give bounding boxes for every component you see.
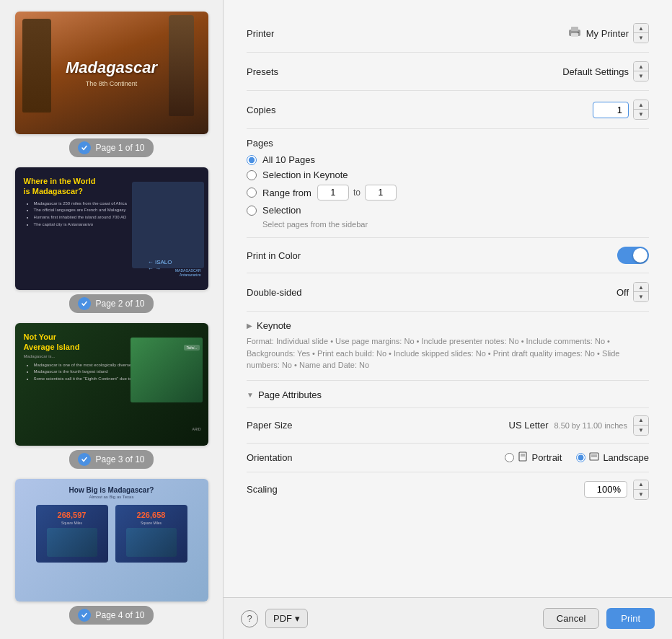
- range-to-input[interactable]: [365, 185, 397, 200]
- slide-thumbnail-2: Where in the Worldis Madagascar? Madagas…: [15, 167, 208, 290]
- landscape-icon: [588, 451, 600, 464]
- pages-selection-keynote-label[interactable]: Selection in Keynote: [262, 169, 348, 180]
- printer-stepper[interactable]: ▲ ▼: [633, 23, 649, 43]
- pages-selection-row: Selection: [247, 205, 649, 216]
- printer-value-group: My Printer ▲ ▼: [567, 23, 649, 43]
- scaling-stepper[interactable]: ▲ ▼: [633, 480, 649, 500]
- double-sided-value: Off: [616, 287, 629, 298]
- slide-check-4: [78, 609, 91, 622]
- scaling-value-group: ▲ ▼: [584, 480, 649, 500]
- slide-page-label-2: Page 2 of 10: [95, 299, 144, 309]
- printer-stepper-up[interactable]: ▲: [634, 24, 648, 33]
- help-button[interactable]: ?: [241, 610, 258, 627]
- page-attr-chevron-icon: ▼: [247, 391, 254, 399]
- keynote-details: Format: Individual slide • Use page marg…: [247, 335, 649, 371]
- printer-name: My Printer: [586, 28, 629, 39]
- portrait-icon: [517, 451, 529, 464]
- presets-row: Presets Default Settings ▲ ▼: [247, 53, 649, 91]
- scaling-stepper-up[interactable]: ▲: [634, 480, 648, 490]
- orientation-label: Orientation: [247, 452, 293, 463]
- pages-selection-label[interactable]: Selection: [262, 205, 301, 216]
- orientation-row: Orientation Portrait: [247, 443, 649, 472]
- cancel-button[interactable]: Cancel: [543, 608, 599, 629]
- svg-point-3: [578, 32, 579, 33]
- page-attr-label: Page Attributes: [258, 389, 322, 400]
- page-attr-rows: Paper Size US Letter 8.50 by 11.00 inche…: [247, 407, 649, 507]
- pages-range-radio[interactable]: [247, 188, 257, 198]
- slide-check-3: [78, 453, 91, 466]
- pages-selection-radio[interactable]: [247, 206, 257, 216]
- print-button[interactable]: Print: [606, 608, 655, 629]
- pages-all-radio[interactable]: [247, 155, 257, 165]
- scaling-label: Scaling: [247, 484, 278, 495]
- pdf-chevron-icon: ▾: [295, 613, 300, 624]
- copies-label: Copies: [247, 105, 319, 115]
- orientation-landscape-option[interactable]: Landscape: [576, 451, 649, 464]
- paper-size-detail: 8.50 by 11.00 inches: [554, 421, 627, 430]
- slide-label-1: Page 1 of 10: [69, 138, 153, 157]
- print-color-label: Print in Color: [247, 250, 319, 261]
- paper-size-stepper-up[interactable]: ▲: [634, 416, 648, 426]
- double-sided-stepper-up[interactable]: ▲: [634, 283, 648, 292]
- copies-input[interactable]: [593, 102, 629, 118]
- copies-stepper-up[interactable]: ▲: [634, 100, 648, 110]
- double-sided-row: Double-sided Off ▲ ▼: [247, 273, 649, 312]
- print-color-row: Print in Color: [247, 238, 649, 273]
- print-color-toggle[interactable]: [617, 247, 649, 264]
- double-sided-stepper[interactable]: ▲ ▼: [633, 282, 649, 302]
- presets-label: Presets: [247, 66, 319, 77]
- slide-item-4[interactable]: How Big is Madagascar? Almost as Big as …: [14, 479, 208, 625]
- range-inputs: to: [317, 185, 397, 200]
- paper-size-value: US Letter: [509, 420, 549, 431]
- pages-range-from-label[interactable]: Range from: [262, 188, 311, 198]
- slide-thumbnail-1: Madagascar The 8th Continent: [15, 12, 208, 134]
- slide-item-1[interactable]: Madagascar The 8th Continent Page 1 of 1…: [14, 12, 208, 157]
- presets-stepper[interactable]: ▲ ▼: [633, 61, 649, 81]
- presets-value-group: Default Settings ▲ ▼: [562, 61, 649, 81]
- printer-label: Printer: [247, 28, 319, 39]
- slide-item-2[interactable]: Where in the Worldis Madagascar? Madagas…: [14, 167, 208, 313]
- keynote-section: ▶ Keynote Format: Individual slide • Use…: [247, 312, 649, 381]
- slide-label-3: Page 3 of 10: [69, 450, 153, 469]
- slide-label-4: Page 4 of 10: [69, 606, 153, 625]
- keynote-chevron-icon: ▶: [247, 322, 252, 330]
- pages-section: Pages All 10 Pages Selection in Keynote …: [247, 129, 649, 238]
- paper-size-stepper[interactable]: ▲ ▼: [633, 415, 649, 436]
- portrait-radio[interactable]: [505, 453, 514, 462]
- double-sided-stepper-down[interactable]: ▼: [634, 292, 648, 301]
- presets-stepper-down[interactable]: ▼: [634, 71, 648, 81]
- double-sided-label: Double-sided: [247, 287, 319, 298]
- orientation-portrait-option[interactable]: Portrait: [505, 451, 562, 464]
- pdf-label: PDF: [273, 613, 292, 624]
- copies-stepper[interactable]: ▲ ▼: [633, 100, 649, 120]
- landscape-radio[interactable]: [576, 453, 585, 462]
- page-attr-header[interactable]: ▼ Page Attributes: [247, 389, 649, 400]
- printer-stepper-down[interactable]: ▼: [634, 33, 648, 43]
- scaling-stepper-down[interactable]: ▼: [634, 490, 648, 499]
- pdf-button[interactable]: PDF ▾: [265, 609, 308, 628]
- scaling-input[interactable]: [584, 481, 627, 498]
- page-attributes-section: ▼ Page Attributes Paper Size US Letter 8…: [247, 381, 649, 516]
- orientation-value-group: Portrait Landscape: [505, 451, 649, 464]
- slide-label-2: Page 2 of 10: [69, 294, 153, 313]
- slide-page-label-3: Page 3 of 10: [95, 454, 144, 464]
- copies-value-group: ▲ ▼: [593, 100, 649, 120]
- range-from-input[interactable]: [317, 185, 349, 200]
- copies-stepper-down[interactable]: ▼: [634, 110, 648, 119]
- keynote-header[interactable]: ▶ Keynote: [247, 320, 649, 331]
- landscape-label[interactable]: Landscape: [603, 452, 649, 463]
- presets-value: Default Settings: [562, 66, 629, 77]
- slide-item-3[interactable]: Not YourAverage Island Madagascar is... …: [14, 323, 208, 469]
- paper-size-row: Paper Size US Letter 8.50 by 11.00 inche…: [247, 407, 649, 443]
- presets-stepper-up[interactable]: ▲: [634, 62, 648, 71]
- svg-rect-1: [571, 27, 578, 31]
- double-sided-value-group: Off ▲ ▼: [616, 282, 649, 302]
- paper-size-stepper-down[interactable]: ▼: [634, 426, 648, 435]
- portrait-label[interactable]: Portrait: [531, 452, 562, 463]
- pages-all-label[interactable]: All 10 Pages: [262, 154, 315, 165]
- pages-selection-keynote-radio[interactable]: [247, 170, 257, 180]
- print-form: Printer My Printer ▲ ▼ Pre: [224, 0, 672, 597]
- slide-thumbnail-3: Not YourAverage Island Madagascar is... …: [15, 323, 208, 446]
- svg-rect-2: [571, 33, 578, 37]
- slide-page-label-1: Page 1 of 10: [95, 143, 144, 153]
